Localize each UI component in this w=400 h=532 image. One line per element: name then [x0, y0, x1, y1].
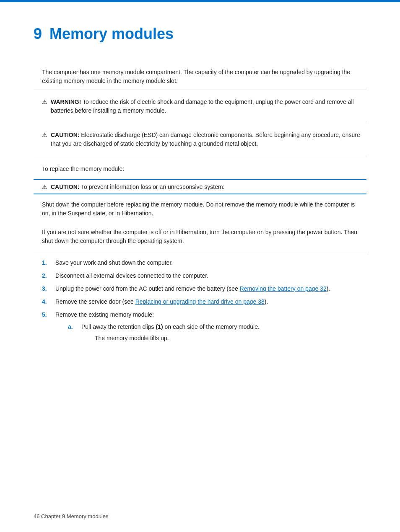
warning-label: WARNING!	[51, 98, 81, 105]
divider-3	[34, 156, 366, 156]
footer-page-number: 46	[34, 513, 39, 519]
intro-paragraph: The computer has one memory module compa…	[34, 68, 366, 85]
caution1-block: ⚠ CAUTION: Electrostatic discharge (ESD)…	[34, 127, 366, 152]
shutdown-text2: If you are not sure whether the computer…	[34, 224, 366, 250]
step-3-link[interactable]: Removing the battery on page 32	[240, 285, 327, 292]
to-replace-text: To replace the memory module:	[34, 160, 366, 178]
caution2-block: ⚠ CAUTION: To prevent information loss o…	[34, 179, 366, 194]
divider-2	[34, 123, 366, 123]
page-container: 9 Memory modules The computer has one me…	[0, 0, 400, 532]
step-3-text-before: Unplug the power cord from the AC outlet…	[55, 285, 240, 292]
sub-step-a-text-after: on each side of the memory module.	[163, 323, 260, 330]
step-5-number: 5.	[42, 310, 50, 319]
warning-icon: ⚠	[42, 98, 47, 106]
step-2: 2. Disconnect all external devices conne…	[42, 271, 366, 280]
step-4-number: 4.	[42, 297, 50, 306]
step-4-content: Remove the service door (see Replacing o…	[55, 297, 366, 306]
step-1-text: Save your work and shut down the compute…	[55, 258, 366, 267]
chapter-title: Memory modules	[49, 25, 174, 43]
sub-step-a-text: Pull away the retention clips	[81, 323, 156, 330]
step-5-text: Remove the existing memory module:	[55, 311, 154, 318]
shutdown-text1: Shut down the computer before replacing …	[34, 196, 366, 222]
step-1-number: 1.	[42, 258, 50, 267]
step-3-content: Unplug the power cord from the AC outlet…	[55, 284, 366, 293]
caution2-icon: ⚠	[42, 183, 47, 190]
caution2-inline: ⚠ CAUTION: To prevent information loss o…	[42, 183, 366, 190]
step-4-text-after: ).	[265, 298, 268, 305]
step-2-text: Disconnect all external devices connecte…	[55, 271, 366, 280]
top-border	[0, 0, 400, 2]
caution2-text: To prevent information loss or an unresp…	[81, 183, 224, 190]
footer-chapter-label: Chapter 9 Memory modules	[41, 513, 108, 519]
step-3-number: 3.	[42, 284, 50, 293]
steps-list: 1. Save your work and shut down the comp…	[34, 258, 366, 347]
step-4: 4. Remove the service door (see Replacin…	[42, 297, 366, 306]
step-3-text-after: ).	[327, 285, 330, 292]
caution2-content: CAUTION: To prevent information loss or …	[51, 183, 224, 190]
warning-text: To reduce the risk of electric shock and…	[51, 98, 354, 114]
chapter-heading: 9 Memory modules	[34, 25, 366, 43]
step-5: 5. Remove the existing memory module: a.…	[42, 310, 366, 347]
step-4-link[interactable]: Replacing or upgrading the hard drive on…	[135, 298, 265, 305]
divider-1	[34, 90, 366, 90]
caution1-content: CAUTION: Electrostatic discharge (ESD) c…	[51, 131, 366, 148]
caution1-text: Electrostatic discharge (ESD) can damage…	[51, 132, 360, 147]
step-4-text-before: Remove the service door (see	[55, 298, 135, 305]
step-5-content: Remove the existing memory module: a. Pu…	[55, 310, 366, 347]
sub-step-a-bold: (1)	[156, 323, 163, 330]
step-2-number: 2.	[42, 271, 50, 280]
step-1: 1. Save your work and shut down the comp…	[42, 258, 366, 267]
sub-step-a-subtext: The memory module tilts up.	[81, 334, 366, 343]
caution2-label: CAUTION:	[51, 183, 79, 190]
warning-content: WARNING! To reduce the risk of electric …	[51, 98, 366, 115]
sub-step-a: a. Pull away the retention clips (1) on …	[68, 323, 366, 343]
step-3: 3. Unplug the power cord from the AC out…	[42, 284, 366, 293]
sub-step-a-content: Pull away the retention clips (1) on eac…	[81, 323, 366, 343]
sub-step-a-label: a.	[68, 323, 76, 343]
caution1-icon: ⚠	[42, 131, 47, 139]
page-footer: 46 Chapter 9 Memory modules	[34, 513, 109, 519]
warning-block: ⚠ WARNING! To reduce the risk of electri…	[34, 94, 366, 119]
divider-4	[34, 254, 366, 254]
chapter-number: 9	[34, 25, 42, 43]
caution1-label: CAUTION:	[51, 132, 79, 138]
sub-steps-list: a. Pull away the retention clips (1) on …	[55, 323, 366, 343]
